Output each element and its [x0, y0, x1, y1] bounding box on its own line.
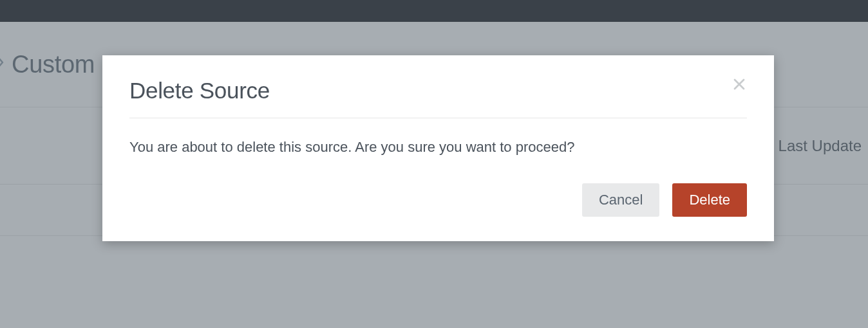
modal-header: Delete Source	[129, 78, 747, 118]
delete-button[interactable]: Delete	[672, 183, 747, 217]
delete-source-modal: Delete Source You are about to delete th…	[102, 55, 774, 241]
app-top-bar	[0, 0, 868, 22]
modal-body: You are about to delete this source. Are…	[129, 118, 747, 183]
close-icon[interactable]	[731, 78, 747, 91]
modal-message: You are about to delete this source. Are…	[129, 138, 747, 158]
modal-title: Delete Source	[129, 78, 270, 104]
cancel-button[interactable]: Cancel	[582, 183, 659, 217]
modal-footer: Cancel Delete	[129, 183, 747, 217]
